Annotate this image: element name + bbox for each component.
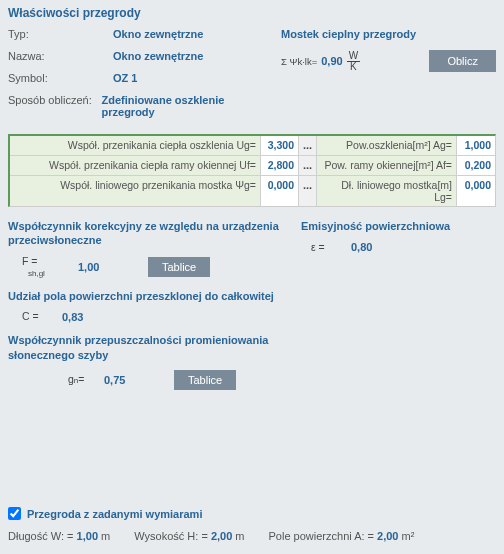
fixed-dimensions-label: Przegroda z zadanymi wymiarami <box>27 508 202 520</box>
uf-value[interactable]: 2,800 <box>261 156 299 175</box>
ug-label: Współ. przenikania ciepła oszklenia Ug= <box>10 136 261 155</box>
dim-w-label: Długość W: = <box>8 530 74 542</box>
c-symbol: C = <box>22 311 52 323</box>
c-value[interactable]: 0,83 <box>62 311 102 323</box>
ug-more-button[interactable]: ... <box>299 136 317 155</box>
eps-value[interactable]: 0,80 <box>351 241 391 253</box>
bridge-title: Mostek cieplny przegrody <box>281 28 496 40</box>
bridge-formula-symbol: Σ Ψk·lk= <box>281 56 317 67</box>
ag-label: Pow.oszklenia[m²] Ag= <box>317 136 457 155</box>
gn-value[interactable]: 0,75 <box>104 374 144 386</box>
coefficients-table: Współ. przenikania ciepła oszklenia Ug= … <box>8 134 496 207</box>
psig-value[interactable]: 0,000 <box>261 176 299 206</box>
dim-h-unit: m <box>235 530 244 542</box>
dim-a-value[interactable]: 2,00 <box>377 530 398 542</box>
glazing-ratio-title: Udział pola powierzchni przeszklonej do … <box>8 289 281 303</box>
table-row: Współ. liniowego przenikania mostka Ψg= … <box>10 176 495 206</box>
fsh-sym-top: F = <box>22 255 37 267</box>
af-value[interactable]: 0,200 <box>457 156 495 175</box>
unit-top: W <box>347 51 360 62</box>
gn-symbol: gn= <box>68 374 94 386</box>
calc-method-label: Sposób obliczeń: <box>8 94 102 106</box>
dim-width: Długość W: = 1,00 m <box>8 530 110 542</box>
properties-column: Typ: Okno zewnętrzne Nazwa: Okno zewnętr… <box>8 28 261 128</box>
psig-more-button[interactable]: ... <box>299 176 317 206</box>
correction-factor-title: Współczynnik korekcyjny ze względu na ur… <box>8 219 281 248</box>
panel-title: Właściwości przegrody <box>8 6 496 20</box>
calculate-button[interactable]: Oblicz <box>429 50 496 72</box>
dim-area: Pole powierzchni A: = 2,00 m² <box>269 530 415 542</box>
bridge-value: 0,90 <box>321 55 342 67</box>
ag-value[interactable]: 1,000 <box>457 136 495 155</box>
lg-value[interactable]: 0,000 <box>457 176 495 206</box>
fsh-symbol: F = sh,gl <box>22 256 68 279</box>
calc-method-value[interactable]: Zdefiniowane oszklenie przegrody <box>102 94 261 118</box>
solar-transmittance-title: Współczynnik przepuszczalności promienio… <box>8 333 281 362</box>
thermal-bridge-panel: Mostek cieplny przegrody Σ Ψk·lk= 0,90 W… <box>281 28 496 128</box>
dim-h-label: Wysokość H: = <box>134 530 208 542</box>
gn-tables-button[interactable]: Tablice <box>174 370 236 390</box>
type-value[interactable]: Okno zewnętrzne <box>113 28 203 40</box>
table-row: Współ. przenikania ciepła ramy okiennej … <box>10 156 495 176</box>
type-label: Typ: <box>8 28 113 40</box>
symbol-value[interactable]: OZ 1 <box>113 72 137 84</box>
dim-w-unit: m <box>101 530 110 542</box>
af-label: Pow. ramy okiennej[m²] Af= <box>317 156 457 175</box>
psig-label: Współ. liniowego przenikania mostka Ψg= <box>10 176 261 206</box>
fixed-dimensions-checkbox[interactable] <box>8 507 21 520</box>
table-row: Współ. przenikania ciepła oszklenia Ug= … <box>10 136 495 156</box>
name-label: Nazwa: <box>8 50 113 62</box>
fsh-value[interactable]: 1,00 <box>78 261 118 273</box>
dim-height: Wysokość H: = 2,00 m <box>134 530 244 542</box>
bridge-unit: W K <box>347 51 360 72</box>
dim-h-value[interactable]: 2,00 <box>211 530 232 542</box>
ug-value[interactable]: 3,300 <box>261 136 299 155</box>
lg-label: Dł. liniowego mostka[m] Lg= <box>317 176 457 206</box>
dimensions-row: Długość W: = 1,00 m Wysokość H: = 2,00 m… <box>8 530 496 542</box>
emissivity-title: Emisyjność powierzchniowa <box>301 219 496 233</box>
uf-more-button[interactable]: ... <box>299 156 317 175</box>
fsh-sym-bot: sh,gl <box>22 269 45 278</box>
name-value[interactable]: Okno zewnętrzne <box>113 50 203 62</box>
symbol-label: Symbol: <box>8 72 113 84</box>
dim-a-label: Pole powierzchni A: = <box>269 530 374 542</box>
dim-w-value[interactable]: 1,00 <box>77 530 98 542</box>
fsh-tables-button[interactable]: Tablice <box>148 257 210 277</box>
eps-symbol: ε = <box>311 242 341 254</box>
uf-label: Współ. przenikania ciepła ramy okiennej … <box>10 156 261 175</box>
unit-bot: K <box>350 62 357 72</box>
dim-a-unit: m² <box>402 530 415 542</box>
